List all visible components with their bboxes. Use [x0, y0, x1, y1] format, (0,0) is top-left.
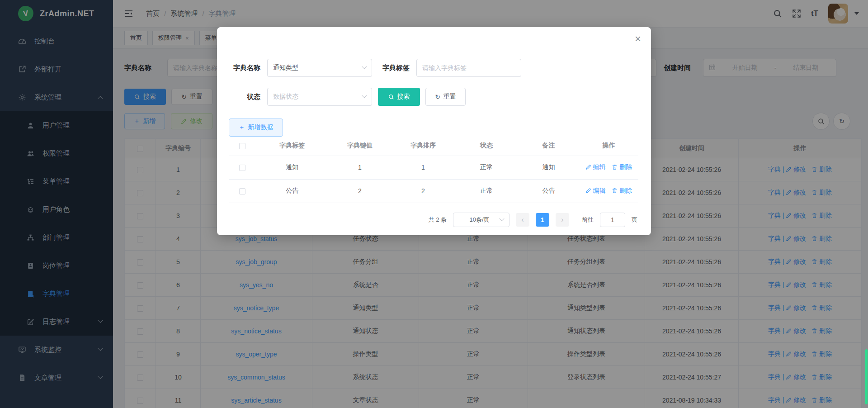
pagination: 共 2 条 10条/页 ‹ 1 › 前往 页 — [429, 213, 637, 227]
col-remark: 备注 — [518, 136, 579, 156]
modal-dict-label-label: 字典标签 — [369, 59, 410, 77]
col-status: 状态 — [455, 136, 518, 156]
col-dict-value: 字典键值 — [328, 136, 392, 156]
dict-value-cell: 2 — [328, 179, 392, 203]
modal-select-all-checkbox[interactable] — [239, 143, 245, 149]
row-edit-label: 编辑 — [593, 187, 606, 194]
status-cell: 正常 — [455, 156, 518, 179]
chevron-down-icon — [499, 216, 504, 221]
ops-cell: 编辑 删除 — [579, 156, 638, 179]
modal-reset-button[interactable]: ↻ 重置 — [425, 88, 466, 106]
modal-status-select[interactable]: 数据状态 — [267, 88, 372, 106]
goto-page-input-wrap — [600, 213, 625, 227]
modal-dict-name-select[interactable]: 通知类型 — [267, 59, 372, 77]
dict-value-cell: 1 — [328, 156, 392, 179]
dict-sort-cell: 2 — [392, 179, 455, 203]
dict-sort-cell: 1 — [392, 156, 455, 179]
remark-cell: 公告 — [518, 179, 579, 203]
remark-cell: 通知 — [518, 156, 579, 179]
selected-dict-name: 通知类型 — [273, 64, 363, 72]
modal-reset-label: 重置 — [443, 93, 456, 101]
modal-search-button[interactable]: 搜索 — [378, 88, 420, 106]
plus-icon: ＋ — [239, 123, 245, 132]
row-delete-label: 删除 — [619, 163, 632, 171]
dict-data-dialog: × 字典名称 通知类型 字典标签 状态 数据状态 搜索 ↻ 重置 ＋ 新增数据 — [217, 27, 651, 235]
page-size-value: 10条/页 — [459, 216, 500, 224]
col-dict-sort: 字典排序 — [392, 136, 455, 156]
modal-table-header-row: 字典标签 字典键值 字典排序 状态 备注 操作 — [229, 136, 638, 156]
modal-table-row: 公告 2 2 正常 公告 编辑 删除 — [229, 179, 638, 203]
add-dict-data-button[interactable]: ＋ 新增数据 — [229, 119, 283, 137]
modal-dict-name-label: 字典名称 — [220, 59, 260, 77]
page-size-select[interactable]: 10条/页 — [453, 213, 509, 227]
close-icon[interactable]: × — [635, 33, 641, 44]
row-edit-link[interactable]: 编辑 — [585, 187, 608, 194]
goto-label: 前往 — [582, 216, 594, 224]
dict-label-cell: 通知 — [256, 156, 328, 179]
next-page-button[interactable]: › — [556, 213, 569, 227]
page-unit-label: 页 — [632, 216, 637, 224]
col-dict-label: 字典标签 — [256, 136, 328, 156]
scrollbar-thumb[interactable] — [865, 349, 868, 404]
modal-dict-label-input-wrap — [416, 59, 521, 77]
row-delete-link[interactable]: 删除 — [612, 187, 632, 194]
row-delete-link[interactable]: 删除 — [612, 163, 632, 171]
modal-dict-label-input[interactable] — [422, 64, 515, 71]
prev-page-button[interactable]: ‹ — [516, 213, 529, 227]
refresh-icon: ↻ — [435, 93, 440, 100]
status-placeholder: 数据状态 — [273, 93, 363, 101]
status-cell: 正常 — [455, 179, 518, 203]
app-root: V ZrAdmin.NET 控制台 外部打开 系统管理 — [0, 0, 868, 408]
modal-search-label: 搜索 — [397, 93, 410, 101]
chevron-down-icon — [362, 93, 367, 98]
modal-table-row: 通知 1 1 正常 通知 编辑 删除 — [229, 156, 638, 179]
row-checkbox[interactable] — [239, 188, 245, 195]
row-delete-label: 删除 — [619, 187, 632, 194]
goto-page-input[interactable] — [606, 216, 619, 223]
row-edit-link[interactable]: 编辑 — [585, 163, 608, 171]
add-dict-data-label: 新增数据 — [248, 123, 274, 132]
row-edit-label: 编辑 — [593, 163, 606, 171]
modal-select-all-header — [229, 136, 256, 156]
chevron-down-icon — [362, 64, 367, 69]
row-select-cell — [229, 179, 256, 203]
col-ops: 操作 — [579, 136, 638, 156]
row-select-cell — [229, 156, 256, 179]
dict-label-cell: 公告 — [256, 179, 328, 203]
row-checkbox[interactable] — [239, 165, 245, 171]
total-count: 共 2 条 — [429, 216, 447, 224]
current-page-button[interactable]: 1 — [536, 213, 549, 227]
dict-data-table: 字典标签 字典键值 字典排序 状态 备注 操作 通知 1 1 正常 通知 — [229, 136, 638, 203]
modal-status-label: 状态 — [220, 88, 260, 106]
ops-cell: 编辑 删除 — [579, 179, 638, 203]
